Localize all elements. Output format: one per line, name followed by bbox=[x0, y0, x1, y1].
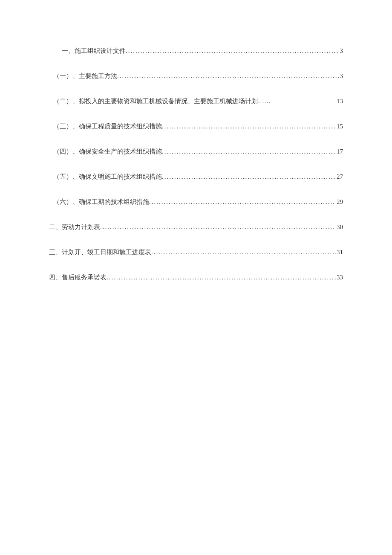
toc-entry: （三）、确保工程质量的技术组织措施 15 bbox=[49, 122, 343, 131]
toc-entry: （二）、拟投入的主要物资和施工机械设备情况、主要施工机械进场计划 13 bbox=[49, 97, 343, 105]
toc-entry: （六）、确保工期的技术组织措施 29 bbox=[49, 198, 343, 206]
toc-leader bbox=[117, 73, 339, 80]
toc-page: 15 bbox=[336, 123, 343, 130]
table-of-contents: 一、施工组织设计文件 3 （一）、主要施工方法 3 （二）、拟投入的主要物资和施… bbox=[49, 47, 343, 282]
toc-title: 三、计划开、竣工日期和施工进度表 bbox=[49, 248, 151, 256]
toc-leader bbox=[126, 47, 339, 55]
toc-page: 33 bbox=[336, 274, 343, 281]
toc-leader bbox=[107, 274, 336, 281]
toc-entry: （五）、确保文明施工的技术组织措施 27 bbox=[49, 173, 343, 181]
toc-title: （一）、主要施工方法 bbox=[53, 72, 117, 80]
toc-title: （四）、确保安全生产的技术组织措施 bbox=[53, 148, 162, 156]
toc-title: （三）、确保工程质量的技术组织措施 bbox=[53, 122, 162, 131]
toc-title: （六）、确保工期的技术组织措施 bbox=[53, 198, 149, 206]
toc-leader bbox=[258, 98, 336, 105]
toc-page: 3 bbox=[339, 47, 343, 55]
toc-entry: 二、劳动力计划表 30 bbox=[49, 223, 343, 231]
toc-entry: （四）、确保安全生产的技术组织措施 17 bbox=[49, 148, 343, 156]
toc-leader bbox=[162, 173, 336, 180]
toc-page: 17 bbox=[336, 148, 343, 155]
toc-page: 13 bbox=[336, 98, 343, 105]
toc-leader bbox=[100, 224, 336, 231]
toc-leader bbox=[162, 123, 336, 130]
toc-entry: 三、计划开、竣工日期和施工进度表 31 bbox=[49, 248, 343, 256]
toc-title: （五）、确保文明施工的技术组织措施 bbox=[53, 173, 162, 181]
toc-page: 29 bbox=[336, 198, 343, 206]
toc-title: 二、劳动力计划表 bbox=[49, 223, 100, 231]
toc-entry: （一）、主要施工方法 3 bbox=[49, 72, 343, 80]
toc-entry: 一、施工组织设计文件 3 bbox=[49, 47, 343, 55]
toc-page: 27 bbox=[336, 173, 343, 180]
toc-leader bbox=[149, 198, 336, 206]
toc-leader bbox=[151, 249, 336, 256]
toc-leader bbox=[162, 148, 336, 155]
toc-page: 31 bbox=[336, 249, 343, 256]
toc-title: 四、售后服务承诺表 bbox=[49, 273, 107, 282]
toc-page: 30 bbox=[336, 224, 343, 231]
toc-title: 一、施工组织设计文件 bbox=[62, 47, 126, 55]
toc-page: 3 bbox=[339, 73, 343, 80]
toc-entry: 四、售后服务承诺表 33 bbox=[49, 273, 343, 282]
toc-title: （二）、拟投入的主要物资和施工机械设备情况、主要施工机械进场计划 bbox=[53, 97, 258, 105]
